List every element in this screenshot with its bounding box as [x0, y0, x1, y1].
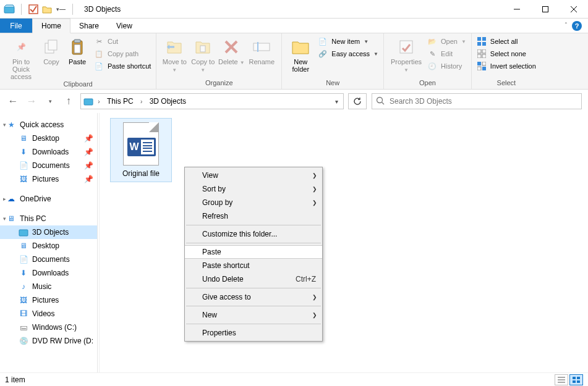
copy-to-button[interactable]: Copy to ▼ — [189, 36, 217, 74]
nav-pictures[interactable]: 🖼Pictures📌 — [0, 172, 97, 186]
edit-icon: ✎ — [427, 49, 437, 59]
rename-icon — [252, 37, 271, 57]
nav-pictures-pc[interactable]: 🖼Pictures — [0, 293, 97, 307]
ribbon-collapse-icon[interactable]: ˆ — [565, 22, 567, 29]
ctx-properties[interactable]: Properties — [185, 326, 322, 340]
breadcrumb-3d-objects[interactable]: 3D Objects — [147, 97, 189, 106]
menu-separator — [186, 288, 321, 288]
refresh-button[interactable] — [348, 93, 367, 109]
this-pc-icon: 🖥 — [6, 214, 16, 224]
pin-icon: 📌 — [84, 161, 93, 170]
up-button[interactable]: ↑ — [62, 94, 75, 108]
view-large-icons-button[interactable] — [569, 374, 583, 385]
onedrive-icon: ☁ — [6, 194, 16, 204]
move-to-button[interactable]: Move to ▼ — [160, 36, 189, 74]
tab-view[interactable]: View — [108, 19, 141, 33]
search-icon — [376, 96, 385, 107]
breadcrumb-root-caret[interactable]: › — [95, 98, 103, 105]
file-item-original[interactable]: W Original file — [110, 118, 172, 182]
qat-folder-icon[interactable] — [41, 4, 53, 15]
search-box[interactable] — [372, 93, 582, 109]
qat-checkbox-icon[interactable] — [28, 4, 39, 15]
videos-icon: 🎞 — [19, 309, 28, 319]
copy-path-button[interactable]: 📋Copy path — [93, 48, 152, 59]
select-all-button[interactable]: Select all — [475, 36, 537, 47]
nav-desktop[interactable]: 🖥Desktop📌 — [0, 132, 97, 145]
nav-documents[interactable]: 📄Documents📌 — [0, 159, 97, 172]
nav-this-pc[interactable]: ▾🖥This PC — [0, 212, 97, 225]
recent-locations-button[interactable]: ▾ — [43, 94, 57, 108]
open-button[interactable]: 📂Open ▼ — [426, 36, 467, 47]
paste-shortcut-button[interactable]: 📄Paste shortcut — [93, 61, 152, 72]
ctx-undo-delete[interactable]: Undo DeleteCtrl+Z — [185, 272, 322, 286]
documents-icon: 📄 — [19, 254, 28, 264]
cut-button[interactable]: ✂Cut — [93, 36, 152, 47]
pin-icon: 📌 — [84, 175, 93, 183]
nav-desktop-pc[interactable]: 🖥Desktop — [0, 239, 97, 253]
nav-documents-pc[interactable]: 📄Documents — [0, 253, 97, 266]
maximize-button[interactable] — [531, 0, 560, 19]
ctx-paste-shortcut[interactable]: Paste shortcut — [185, 259, 322, 272]
edit-button[interactable]: ✎Edit — [426, 48, 467, 59]
ctx-new[interactable]: New — [185, 308, 322, 322]
easy-access-button[interactable]: 🔗Easy access ▼ — [317, 48, 380, 59]
svg-rect-39 — [577, 380, 580, 383]
back-button[interactable]: ← — [6, 94, 20, 108]
navigation-bar: ← → ▾ ↑ › This PC › 3D Objects ▾ — [0, 90, 588, 113]
address-bar[interactable]: › This PC › 3D Objects ▾ — [80, 93, 344, 109]
nav-quick-access[interactable]: ▾★Quick access — [0, 118, 97, 132]
new-folder-button[interactable]: New folder — [286, 36, 315, 73]
new-item-button[interactable]: 📄New item ▼ — [317, 36, 380, 47]
nav-downloads-pc[interactable]: ⬇Downloads — [0, 266, 97, 280]
help-icon[interactable]: ? — [572, 21, 582, 31]
history-button[interactable]: 🕘History — [426, 61, 467, 72]
ctx-paste[interactable]: Paste — [185, 245, 322, 259]
svg-rect-37 — [577, 377, 580, 379]
qat-dropdown-icon[interactable]: ▾ — [55, 4, 66, 15]
app-icon — [4, 4, 15, 15]
ctx-sort-by[interactable]: Sort by — [185, 182, 322, 196]
properties-button[interactable]: Properties ▼ — [388, 36, 425, 74]
nav-c-drive[interactable]: 🖴Windows (C:) — [0, 321, 97, 334]
svg-rect-7 — [48, 40, 57, 50]
group-label-select: Select — [472, 79, 541, 89]
file-list[interactable]: W Original file — [101, 113, 588, 372]
ctx-view[interactable]: View — [185, 169, 322, 182]
nav-downloads[interactable]: ⬇Downloads📌 — [0, 145, 97, 159]
tab-home[interactable]: Home — [32, 19, 70, 33]
ctx-group-by[interactable]: Group by — [185, 196, 322, 209]
chevron-right-icon[interactable]: ▸ — [1, 196, 7, 202]
rename-button[interactable]: Rename — [245, 36, 278, 65]
tab-file[interactable]: File — [0, 19, 32, 33]
search-input[interactable] — [388, 96, 577, 106]
delete-button[interactable]: Delete ▼ — [217, 36, 245, 67]
pin-to-quick-access-button[interactable]: 📌 Pin to Quick access — [4, 36, 38, 80]
invert-selection-button[interactable]: Invert selection — [475, 61, 537, 72]
svg-rect-10 — [74, 44, 80, 53]
ctx-give-access-to[interactable]: Give access to — [185, 290, 322, 304]
breadcrumb-caret[interactable]: › — [137, 98, 146, 105]
paste-button[interactable]: Paste — [64, 36, 90, 65]
select-none-button[interactable]: Select none — [475, 48, 537, 59]
chevron-down-icon[interactable]: ▾ — [1, 216, 7, 222]
nav-music[interactable]: ♪Music — [0, 280, 97, 293]
nav-onedrive[interactable]: ▸☁OneDrive — [0, 192, 97, 206]
nav-dvd-drive[interactable]: 💿DVD RW Drive (D:) — [0, 334, 97, 348]
breadcrumb-icon — [83, 96, 93, 106]
copy-icon — [41, 37, 61, 57]
tab-share[interactable]: Share — [70, 19, 108, 33]
view-details-button[interactable] — [555, 374, 568, 385]
ctx-refresh[interactable]: Refresh — [185, 209, 322, 223]
delete-icon — [221, 37, 241, 57]
breadcrumb-dropdown[interactable]: ▾ — [332, 98, 341, 105]
forward-button[interactable]: → — [25, 94, 38, 108]
copy-button[interactable]: Copy — [38, 36, 64, 65]
ctx-customize-folder[interactable]: Customize this folder... — [185, 227, 322, 241]
breadcrumb-this-pc[interactable]: This PC — [104, 97, 136, 106]
minimize-button[interactable] — [503, 0, 531, 19]
nav-videos[interactable]: 🎞Videos — [0, 307, 97, 321]
nav-3d-objects[interactable]: 3D Objects — [0, 225, 97, 239]
downloads-icon: ⬇ — [19, 268, 28, 278]
close-button[interactable] — [560, 0, 588, 19]
chevron-down-icon[interactable]: ▾ — [1, 122, 7, 128]
